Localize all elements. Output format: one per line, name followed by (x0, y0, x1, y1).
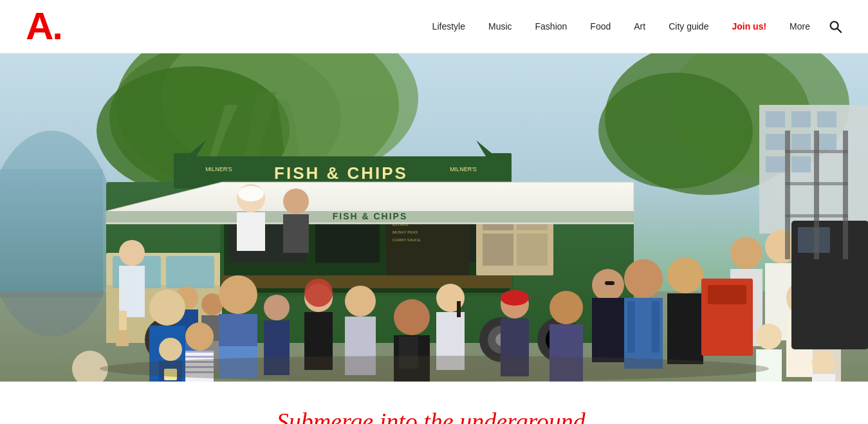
svg-rect-108 (185, 351, 214, 353)
svg-rect-13 (766, 111, 785, 127)
svg-rect-55 (174, 153, 196, 189)
svg-rect-38 (222, 275, 512, 288)
svg-point-84 (219, 275, 257, 314)
svg-rect-102 (627, 301, 635, 353)
svg-text:FISH & CHIPS: FISH & CHIPS (333, 211, 408, 221)
nav-item-join-us[interactable]: Join us! (720, 21, 778, 32)
svg-line-1 (837, 28, 841, 32)
svg-rect-105 (667, 293, 703, 364)
svg-point-119 (812, 351, 835, 374)
svg-point-121 (264, 295, 290, 320)
svg-rect-52 (517, 234, 548, 266)
svg-point-11 (598, 73, 753, 189)
svg-rect-98 (605, 281, 614, 285)
svg-rect-26 (166, 256, 214, 288)
svg-point-66 (283, 189, 309, 214)
svg-point-79 (304, 279, 333, 307)
svg-rect-133 (116, 330, 129, 346)
nav-item-city-guide[interactable]: City guide (657, 21, 720, 32)
svg-point-129 (159, 338, 182, 361)
svg-text:MILNER'S: MILNER'S (450, 166, 477, 172)
svg-point-117 (756, 324, 782, 349)
svg-rect-67 (283, 214, 309, 253)
svg-rect-142 (785, 182, 848, 185)
subtitle-text: Submerge into the underground. (13, 407, 855, 424)
nav-item-food[interactable]: Food (578, 21, 622, 32)
hero-section: FISH & CHIPS WINNER EXTRAS MUSHY PEAS CU… (0, 53, 868, 382)
nav-item-music[interactable]: Music (477, 21, 524, 32)
nav-item-lifestyle[interactable]: Lifestyle (421, 21, 477, 32)
svg-rect-109 (185, 356, 214, 358)
nav-item-fashion[interactable]: Fashion (524, 21, 579, 32)
svg-text:MUSHY PEAS: MUSHY PEAS (392, 230, 418, 234)
svg-rect-92 (457, 301, 461, 317)
svg-rect-15 (817, 111, 836, 127)
svg-rect-16 (766, 134, 785, 150)
svg-rect-99 (592, 298, 624, 362)
svg-rect-118 (756, 349, 782, 382)
svg-rect-86 (219, 314, 257, 346)
svg-text:CURRY SAUCE: CURRY SAUCE (392, 238, 420, 242)
svg-rect-143 (785, 214, 848, 217)
svg-text:MILNER'S: MILNER'S (205, 166, 232, 172)
nav-item-more[interactable]: More (778, 21, 822, 32)
svg-point-106 (185, 322, 214, 351)
svg-point-76 (149, 290, 185, 326)
svg-rect-64 (237, 212, 265, 251)
subtitle-section: Submerge into the underground. (0, 382, 868, 424)
svg-point-82 (501, 290, 529, 306)
svg-point-144 (100, 356, 769, 382)
svg-rect-141 (785, 150, 848, 153)
svg-point-93 (730, 237, 762, 269)
main-nav: Lifestyle Music Fashion Food Art City gu… (421, 19, 842, 33)
site-header: A. Lifestyle Music Fashion Food Art City… (0, 0, 868, 53)
svg-rect-51 (483, 234, 513, 266)
svg-rect-18 (817, 134, 836, 150)
svg-rect-14 (791, 111, 811, 127)
svg-point-68 (119, 240, 145, 266)
svg-rect-120 (812, 374, 835, 382)
svg-text:FISH & CHIPS: FISH & CHIPS (274, 163, 408, 183)
hero-image: FISH & CHIPS WINNER EXTRAS MUSHY PEAS CU… (0, 53, 868, 382)
svg-rect-4 (0, 169, 103, 298)
svg-rect-17 (791, 134, 811, 150)
site-logo[interactable]: A. (26, 7, 62, 46)
svg-rect-69 (119, 266, 145, 317)
svg-point-100 (624, 259, 663, 298)
svg-point-87 (394, 299, 430, 335)
svg-point-125 (549, 291, 583, 324)
svg-point-65 (238, 186, 264, 201)
search-icon[interactable] (828, 19, 842, 33)
svg-point-123 (345, 286, 376, 317)
svg-rect-135 (708, 285, 746, 304)
nav-item-art[interactable]: Art (622, 21, 657, 32)
svg-rect-19 (766, 156, 785, 172)
svg-point-104 (667, 257, 703, 293)
svg-rect-20 (791, 156, 811, 172)
svg-rect-103 (652, 301, 660, 353)
